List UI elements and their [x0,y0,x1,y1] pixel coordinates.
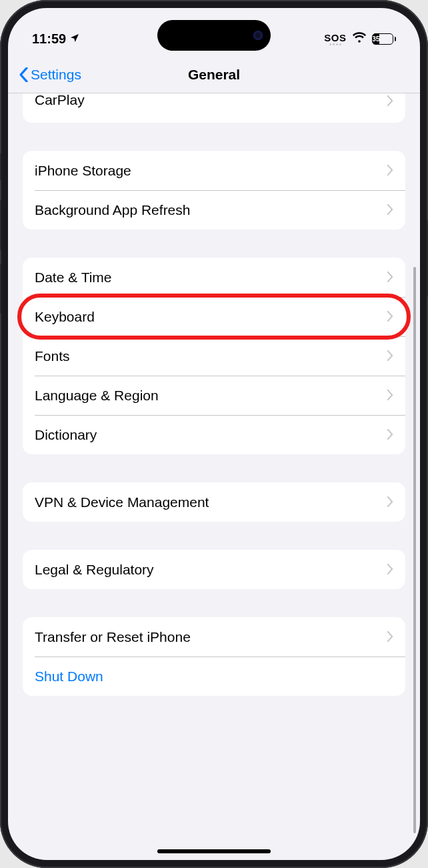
row-label: Transfer or Reset iPhone [35,629,387,645]
row-background-app-refresh[interactable]: Background App Refresh [23,190,405,230]
chevron-right-icon [387,163,393,179]
settings-group: Transfer or Reset iPhoneShut Down [23,617,405,696]
location-icon [69,31,80,47]
settings-group: CarPlay [23,93,405,123]
settings-group: iPhone StorageBackground App Refresh [23,151,405,230]
scroll-indicator[interactable] [413,267,416,833]
settings-group: VPN & Device Management [23,482,405,522]
chevron-right-icon [387,93,393,109]
chevron-right-icon [387,270,393,286]
row-label: VPN & Device Management [35,494,387,510]
screen: 11:59 SOS 35 [8,8,420,860]
back-button[interactable]: Settings [8,67,81,83]
row-label: Language & Region [35,388,387,404]
row-language-region[interactable]: Language & Region [23,376,405,415]
dynamic-island [157,20,271,51]
row-label: Fonts [35,348,387,364]
row-label: Legal & Regulatory [35,562,387,578]
row-label: Background App Refresh [35,202,387,218]
battery-indicator: 35 [372,33,397,45]
status-time: 11:59 [32,31,66,47]
row-shut-down[interactable]: Shut Down [23,657,405,696]
chevron-right-icon [387,629,393,645]
volume-up-btn [0,200,1,250]
chevron-right-icon [387,427,393,443]
front-camera [253,31,263,40]
row-label: Keyboard [35,309,387,325]
row-dictionary[interactable]: Dictionary [23,415,405,454]
chevron-right-icon [387,202,393,218]
chevron-right-icon [387,494,393,510]
back-label: Settings [31,67,81,83]
row-label: Shut Down [35,669,393,685]
row-date-time[interactable]: Date & Time [23,258,405,297]
wifi-icon [352,31,367,47]
chevron-right-icon [387,348,393,364]
nav-bar: Settings General [8,56,420,93]
volume-down-btn [0,264,1,314]
iphone-frame: 11:59 SOS 35 [0,0,428,868]
chevron-right-icon [387,309,393,325]
row-fonts[interactable]: Fonts [23,336,405,376]
row-label: Dictionary [35,427,387,443]
volume-switch [0,153,1,180]
row-legal-regulatory[interactable]: Legal & Regulatory [23,550,405,589]
row-transfer-or-reset-iphone[interactable]: Transfer or Reset iPhone [23,617,405,657]
settings-content[interactable]: CarPlayiPhone StorageBackground App Refr… [8,93,420,860]
sos-indicator: SOS [324,33,346,45]
chevron-right-icon [387,388,393,404]
row-keyboard[interactable]: Keyboard [23,297,405,336]
settings-group: Date & TimeKeyboardFontsLanguage & Regio… [23,258,405,454]
row-vpn-device-management[interactable]: VPN & Device Management [23,482,405,522]
home-indicator[interactable] [157,849,271,853]
row-iphone-storage[interactable]: iPhone Storage [23,151,405,190]
row-label: iPhone Storage [35,163,387,179]
settings-group: Legal & Regulatory [23,550,405,589]
chevron-right-icon [387,562,393,578]
row-carplay[interactable]: CarPlay [23,93,405,123]
row-label: Date & Time [35,270,387,286]
row-label: CarPlay [35,93,387,108]
